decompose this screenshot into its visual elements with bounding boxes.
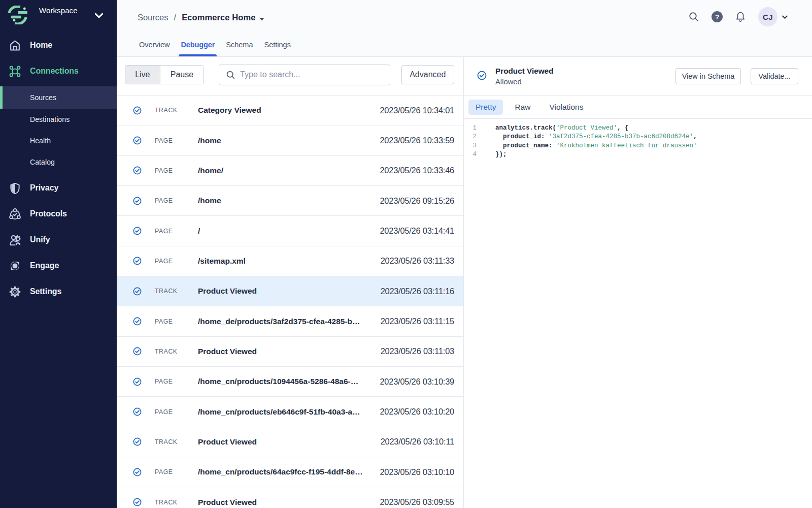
main: Sources / Ecommerce Home ? CJ Overview D…	[117, 0, 812, 508]
event-row[interactable]: TRACKProduct Viewed2023/05/26 03:11:03	[117, 337, 463, 367]
sidebar-item-privacy[interactable]: Privacy	[0, 177, 117, 199]
event-name: Product Viewed	[198, 437, 381, 447]
live-button[interactable]: Live	[125, 66, 160, 84]
event-timestamp: 2023/05/26 03:11:03	[381, 346, 454, 356]
event-row[interactable]: PAGE/home2023/05/26 10:33:59	[117, 125, 463, 155]
event-type: PAGE	[155, 137, 198, 144]
event-type: PAGE	[155, 167, 198, 174]
sidebar-item-label: Home	[30, 41, 52, 50]
workspace-header[interactable]: Workspace	[0, 0, 117, 31]
sidebar-item-unify[interactable]: Unify	[0, 229, 117, 250]
line-number: 1	[470, 124, 477, 133]
tab-debugger[interactable]: Debugger	[181, 41, 215, 56]
workspace-chevron-down-icon[interactable]	[94, 12, 104, 21]
validate-button[interactable]: Validate...	[751, 68, 798, 84]
event-allowed-check-icon	[133, 136, 142, 145]
event-type: PAGE	[155, 258, 198, 265]
allowed-check-icon	[477, 71, 487, 80]
event-row[interactable]: PAGE/home/2023/05/26 10:33:46	[117, 156, 463, 186]
event-row[interactable]: PAGE/home_cn/products/eb646c9f-51fb-40a3…	[117, 397, 463, 427]
app: Workspace Home Connections Sources Desti…	[0, 0, 812, 508]
notifications-bell-icon[interactable]	[734, 11, 747, 23]
sidebar-item-protocols[interactable]: Protocols	[0, 203, 117, 225]
event-row[interactable]: PAGE/sitemap.xml2023/05/26 03:11:33	[117, 246, 463, 276]
event-name: Product Viewed	[198, 287, 381, 296]
line-number: 4	[470, 150, 477, 159]
event-row[interactable]: PAGE/home_cn/products/1094456a-5286-48a6…	[117, 367, 463, 397]
sidebar-item-destinations[interactable]: Destinations	[0, 109, 117, 130]
tab-raw[interactable]: Raw	[507, 100, 537, 115]
sub-item-label: Destinations	[30, 115, 70, 123]
event-allowed-check-icon	[133, 317, 142, 326]
event-name: /sitemap.xml	[198, 257, 381, 266]
event-row[interactable]: PAGE/home_cn/products/64ac9fcc-f195-4ddf…	[117, 457, 463, 487]
sidebar-item-health[interactable]: Health	[0, 130, 117, 151]
sub-item-label: Health	[30, 137, 51, 145]
avatar[interactable]: CJ	[758, 7, 777, 26]
event-row[interactable]: PAGE/home_de/products/3af2d375-cfea-4285…	[117, 306, 463, 336]
event-allowed-check-icon	[133, 468, 142, 477]
event-allowed-check-icon	[133, 106, 142, 115]
event-row[interactable]: TRACKProduct Viewed2023/05/26 03:10:11	[117, 427, 463, 457]
event-name: /	[198, 227, 380, 236]
sidebar-item-label: Connections	[30, 67, 79, 76]
engage-icon	[9, 260, 21, 272]
sidebar-item-label: Unify	[30, 235, 50, 244]
sidebar-item-settings[interactable]: Settings	[0, 281, 117, 302]
event-timestamp: 2023/05/26 09:15:26	[380, 196, 454, 206]
tab-overview[interactable]: Overview	[139, 41, 170, 56]
event-timestamp: 2023/05/26 03:10:10	[380, 467, 454, 477]
event-allowed-check-icon	[133, 377, 142, 386]
avatar-chevron-down-icon[interactable]	[781, 13, 789, 21]
topbar-actions: ? CJ	[688, 7, 789, 26]
tab-pretty[interactable]: Pretty	[468, 100, 503, 115]
segment-logo-icon	[8, 6, 27, 26]
event-name: /home_cn/products/64ac9fcc-f195-4ddf-8e…	[198, 467, 380, 477]
advanced-button[interactable]: Advanced	[401, 65, 454, 84]
event-type: PAGE	[155, 197, 198, 204]
event-type: TRACK	[155, 438, 198, 446]
sidebar-nav: Home Connections Sources Destinations He…	[0, 31, 117, 302]
event-timestamp: 2023/05/26 03:11:16	[381, 287, 454, 296]
breadcrumb-current: Ecommerce Home	[182, 13, 255, 22]
event-row[interactable]: TRACKProduct Viewed2023/05/26 03:09:55	[117, 487, 463, 508]
sidebar-item-sources[interactable]: Sources	[0, 86, 117, 109]
event-timestamp: 2023/05/26 03:10:11	[381, 437, 454, 447]
detail-tabs: Pretty Raw Violations	[464, 96, 812, 119]
tab-violations[interactable]: Violations	[543, 100, 591, 115]
event-timestamp: 2023/05/26 03:11:15	[381, 316, 454, 326]
sidebar-item-home[interactable]: Home	[0, 35, 117, 56]
detail-header: Product Viewed Allowed View in Schema Va…	[464, 57, 812, 96]
sidebar-item-label: Engage	[30, 261, 59, 270]
search-input-icon	[226, 70, 235, 80]
code-text: analytics.track('Product Viewed', {	[495, 124, 629, 133]
event-allowed-check-icon	[133, 287, 142, 296]
sidebar-item-label: Settings	[30, 287, 61, 296]
code-line: 4});	[470, 150, 812, 159]
search-input[interactable]	[240, 70, 382, 79]
breadcrumb-sources-link[interactable]: Sources	[138, 13, 168, 22]
help-icon[interactable]: ?	[711, 11, 723, 23]
tab-schema[interactable]: Schema	[226, 41, 253, 56]
breadcrumb-caret-down-icon[interactable]	[259, 13, 264, 23]
event-allowed-check-icon	[133, 166, 142, 175]
event-row[interactable]: PAGE/home2023/05/26 09:15:26	[117, 186, 463, 216]
debugger-content: Live Pause Advanced TRACKCategory Viewed…	[117, 57, 812, 508]
event-row[interactable]: TRACKProduct Viewed2023/05/26 03:11:16	[117, 276, 463, 306]
view-in-schema-button[interactable]: View in Schema	[675, 68, 741, 84]
event-name: /home_cn/products/eb646c9f-51fb-40a3-a…	[198, 407, 380, 417]
event-row[interactable]: PAGE/2023/05/26 03:14:41	[117, 216, 463, 246]
event-name: /home	[198, 136, 380, 145]
tab-settings[interactable]: Settings	[264, 41, 291, 56]
search-icon[interactable]	[688, 11, 700, 23]
event-allowed-check-icon	[133, 347, 142, 356]
live-pause-toggle: Live Pause	[125, 65, 204, 84]
sidebar-item-connections[interactable]: Connections	[0, 60, 117, 82]
connections-icon	[9, 65, 21, 78]
privacy-shield-icon	[9, 182, 21, 195]
pause-button[interactable]: Pause	[160, 66, 204, 84]
event-timestamp: 2023/05/26 10:33:59	[380, 136, 454, 145]
sidebar-item-engage[interactable]: Engage	[0, 255, 117, 276]
sidebar-item-catalog[interactable]: Catalog	[0, 151, 117, 173]
event-row[interactable]: TRACKCategory Viewed2023/05/26 10:34:01	[117, 96, 463, 125]
